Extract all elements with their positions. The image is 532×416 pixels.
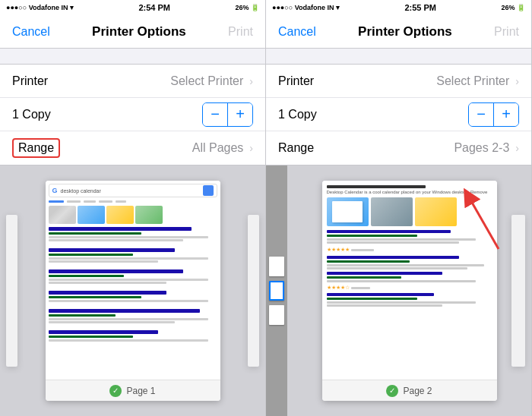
left-thumb-3 (106, 206, 134, 224)
left-thumbnails-row (49, 206, 217, 224)
left-check-icon: ✓ (109, 385, 122, 397)
left-range-label: Range (12, 138, 60, 158)
left-status-bar: ●●●○○ Vodafone IN ▾ 2:54 PM 26% 🔋 (0, 0, 265, 15)
right-print-button: Print (494, 25, 519, 39)
left-printer-chevron-icon: › (249, 75, 253, 87)
left-google-bar: G desktop calendar (49, 184, 217, 197)
left-partial-page-right (248, 215, 259, 367)
right-nav-bar: Cancel Printer Options Print (266, 15, 531, 49)
left-range-row[interactable]: Range All Pages › (0, 131, 265, 165)
left-printer-label: Printer (12, 74, 48, 88)
right-carrier: ●●●○○ Vodafone IN ▾ (272, 4, 340, 11)
left-results (49, 227, 217, 347)
right-cancel-button[interactable]: Cancel (278, 25, 316, 39)
left-range-chevron-icon: › (249, 142, 253, 154)
left-battery: 26% 🔋 (235, 4, 259, 11)
right-page-card: Desktop Calendar is a cool calendar plac… (322, 181, 497, 401)
left-carrier: ●●●○○ Vodafone IN ▾ (6, 4, 74, 11)
right-preview-area: Desktop Calendar is a cool calendar plac… (266, 165, 531, 416)
left-page-label: Page 1 (126, 386, 155, 396)
left-google-logo: G (52, 187, 58, 194)
right-page-label-bar: ✓ Page 2 (322, 380, 497, 401)
right-phone-panel: ●●●○○ Vodafone IN ▾ 2:55 PM 26% 🔋 Cancel… (266, 0, 532, 416)
right-strip-thumb-2 (269, 281, 284, 301)
right-strip-thumb-3 (269, 305, 284, 325)
left-partial-page-left (6, 215, 17, 367)
right-partial-page (511, 215, 525, 367)
left-range-value: All Pages › (192, 141, 253, 155)
left-printer-value: Select Printer › (170, 74, 253, 88)
right-range-value: Pages 2-3 › (454, 141, 519, 155)
left-copy-row: 1 Copy − + (0, 98, 265, 131)
right-battery: 26% 🔋 (501, 4, 525, 11)
left-time: 2:54 PM (138, 3, 170, 12)
left-search-button (203, 185, 214, 196)
left-settings-section: Printer Select Printer › 1 Copy − + Rang… (0, 64, 265, 165)
right-status-bar: ●●●○○ Vodafone IN ▾ 2:55 PM 26% 🔋 (266, 0, 531, 15)
left-copy-label: 1 Copy (12, 108, 51, 121)
left-print-button: Print (228, 25, 253, 39)
left-page-card: G desktop calendar (46, 181, 220, 401)
right-time: 2:55 PM (404, 3, 436, 12)
left-copy-stepper[interactable]: − + (202, 102, 253, 127)
left-cancel-button[interactable]: Cancel (12, 25, 50, 39)
right-range-row[interactable]: Range Pages 2-3 › (266, 131, 531, 165)
right-settings-section: Printer Select Printer › 1 Copy − + Rang… (266, 64, 531, 165)
left-search-text: desktop calendar (61, 188, 203, 194)
right-increment-button[interactable]: + (494, 102, 518, 127)
left-increment-button[interactable]: + (228, 102, 252, 127)
right-printer-label: Printer (278, 74, 314, 88)
right-printer-chevron-icon: › (515, 75, 519, 87)
left-decrement-button[interactable]: − (203, 102, 227, 127)
right-nav-title: Printer Options (358, 24, 452, 39)
right-check-icon: ✓ (386, 385, 398, 397)
right-range-chevron-icon: › (515, 142, 519, 154)
left-thumb-4 (135, 206, 163, 224)
left-preview-area: G desktop calendar (0, 165, 265, 416)
left-nav-title: Printer Options (92, 24, 186, 39)
left-nav-bar: Cancel Printer Options Print (0, 15, 265, 49)
right-copy-row: 1 Copy − + (266, 98, 531, 131)
right-printer-value: Select Printer › (436, 74, 519, 88)
left-phone-panel: ●●●○○ Vodafone IN ▾ 2:54 PM 26% 🔋 Cancel… (0, 0, 266, 416)
right-printer-row[interactable]: Printer Select Printer › (266, 65, 531, 98)
left-thumb-2 (78, 206, 105, 224)
left-page-content: G desktop calendar (46, 181, 220, 380)
right-range-label: Range (278, 141, 314, 155)
left-page-label-bar: ✓ Page 1 (46, 380, 220, 401)
left-thumb-1 (49, 206, 76, 224)
left-printer-row[interactable]: Printer Select Printer › (0, 65, 265, 98)
right-decrement-button[interactable]: − (469, 102, 493, 127)
right-strip-thumb-1 (269, 257, 284, 276)
right-copy-label: 1 Copy (278, 108, 317, 121)
right-page-label: Page 2 (403, 386, 432, 396)
right-copy-stepper[interactable]: − + (468, 102, 519, 127)
